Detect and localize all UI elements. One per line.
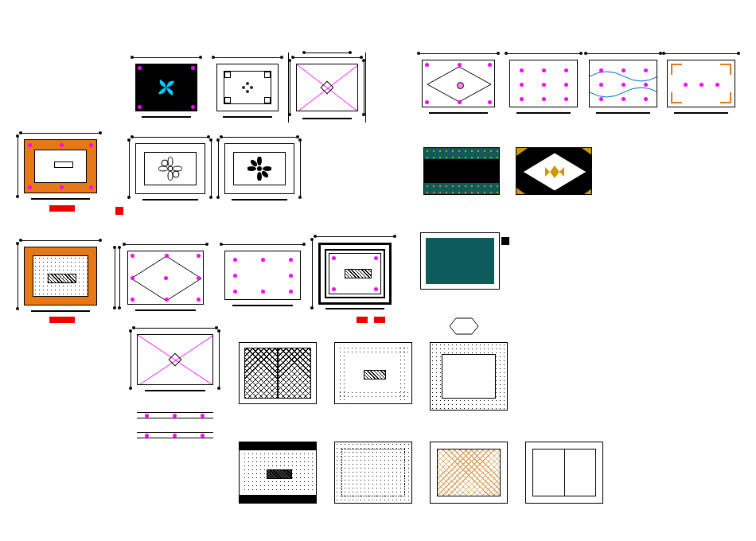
- tile-r3c0[interactable]: [24, 247, 97, 306]
- label-block: [49, 205, 75, 212]
- bracket-icon: [671, 64, 682, 75]
- tile-r5c5[interactable]: [525, 442, 603, 504]
- svg-point-16: [257, 172, 262, 181]
- tile-r4c1[interactable]: [137, 334, 213, 385]
- tile-r2c1[interactable]: [135, 143, 205, 194]
- tile-r1c3[interactable]: [296, 64, 358, 111]
- section-line-2: [137, 432, 213, 438]
- tile-r1c2[interactable]: [216, 64, 279, 111]
- hexagon-icon: [444, 317, 484, 336]
- tile-r4c4[interactable]: [430, 342, 508, 411]
- tile-r2c3[interactable]: [423, 147, 500, 195]
- tile-r2c4[interactable]: [516, 147, 592, 195]
- svg-point-17: [247, 166, 256, 171]
- fan-icon: [158, 157, 182, 181]
- svg-point-3: [250, 86, 253, 89]
- svg-point-15: [257, 157, 262, 165]
- red-block: [374, 317, 385, 323]
- tile-r3c2[interactable]: [224, 251, 301, 300]
- swirl-icon: [156, 77, 177, 98]
- fan-icon: [247, 157, 271, 181]
- flower-icon: [242, 82, 253, 93]
- tile-r3c1[interactable]: [127, 251, 204, 305]
- svg-marker-27: [450, 318, 478, 334]
- label-block: [49, 317, 75, 323]
- svg-point-14: [257, 166, 262, 171]
- svg-point-11: [173, 166, 182, 171]
- tile-r4c3[interactable]: [334, 342, 412, 404]
- tile-r3c4[interactable]: [420, 232, 500, 290]
- tile-r1c7[interactable]: [667, 60, 735, 107]
- svg-point-9: [168, 171, 173, 181]
- tile-r5c2[interactable]: [239, 442, 317, 504]
- tile-r3c3[interactable]: [318, 243, 392, 305]
- tile-r1c4[interactable]: [422, 60, 495, 107]
- tile-r4c2[interactable]: [239, 342, 317, 404]
- svg-point-13: [173, 171, 179, 177]
- svg-marker-23: [582, 148, 591, 156]
- tile-r2c0[interactable]: [24, 139, 97, 193]
- svg-point-7: [168, 166, 173, 171]
- marker-icon: [501, 237, 509, 245]
- svg-point-18: [263, 166, 271, 171]
- tile-r1c6[interactable]: [589, 60, 657, 107]
- svg-marker-22: [516, 148, 528, 156]
- tile-r2c2[interactable]: [224, 143, 294, 194]
- red-block: [357, 317, 368, 323]
- svg-point-8: [168, 157, 173, 166]
- tile-r1c1[interactable]: [135, 64, 197, 111]
- svg-point-0: [246, 82, 249, 85]
- svg-point-12: [162, 160, 168, 166]
- tile-r5c4[interactable]: [430, 442, 508, 504]
- red-square-icon: [115, 207, 123, 215]
- diamond-icon: [516, 148, 591, 194]
- svg-point-10: [158, 166, 168, 171]
- svg-point-20: [260, 169, 269, 178]
- svg-marker-25: [582, 188, 591, 194]
- section-line-1: [137, 412, 213, 418]
- svg-point-19: [249, 158, 258, 167]
- svg-marker-24: [516, 188, 528, 194]
- tile-r5c3[interactable]: [334, 442, 412, 504]
- tile-r1c5[interactable]: [509, 60, 578, 107]
- cad-canvas[interactable]: [0, 0, 756, 541]
- svg-point-2: [242, 86, 245, 89]
- hexagon-outline[interactable]: [444, 317, 484, 336]
- svg-point-1: [246, 90, 249, 93]
